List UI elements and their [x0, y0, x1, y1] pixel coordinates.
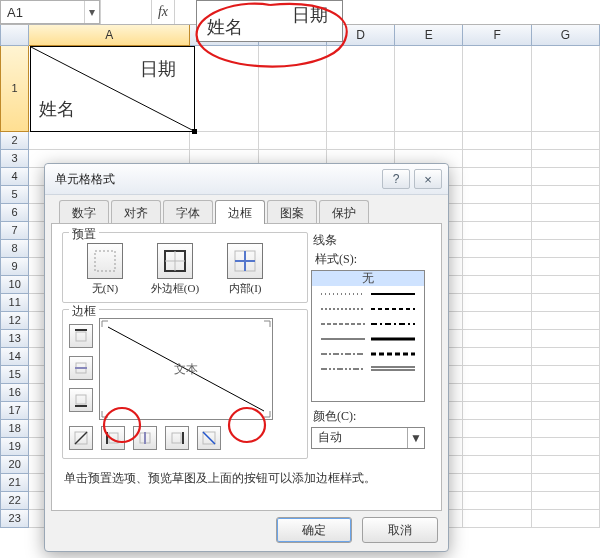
cell[interactable] [463, 258, 531, 276]
cell[interactable] [532, 168, 600, 186]
line-style-item[interactable] [312, 331, 424, 346]
col-header-f[interactable]: F [463, 24, 531, 46]
border-diag-up-button[interactable] [69, 426, 93, 450]
row-header[interactable]: 2 [0, 132, 29, 150]
cell[interactable] [463, 366, 531, 384]
row-header[interactable]: 19 [0, 438, 29, 456]
row-header[interactable]: 23 [0, 510, 29, 528]
row-header[interactable]: 8 [0, 240, 29, 258]
cell[interactable] [463, 456, 531, 474]
row-header[interactable]: 20 [0, 456, 29, 474]
row-header[interactable]: 14 [0, 348, 29, 366]
cell-a1-diagonal[interactable]: 日期 姓名 [30, 46, 195, 132]
cell[interactable] [463, 46, 531, 132]
row-header[interactable]: 18 [0, 420, 29, 438]
cell[interactable] [532, 222, 600, 240]
cell[interactable] [532, 420, 600, 438]
cell[interactable] [463, 492, 531, 510]
row-header[interactable]: 6 [0, 204, 29, 222]
cell[interactable] [532, 402, 600, 420]
dialog-titlebar[interactable]: 单元格格式 ? × [45, 164, 448, 195]
row-header[interactable]: 22 [0, 492, 29, 510]
cell[interactable] [532, 150, 600, 168]
cell[interactable] [190, 132, 258, 150]
border-top-button[interactable] [69, 324, 93, 348]
color-combobox[interactable]: 自动 ▼ [311, 427, 425, 449]
cancel-button[interactable]: 取消 [362, 517, 438, 543]
name-box[interactable]: A1 ▾ [0, 0, 100, 24]
cell[interactable] [463, 384, 531, 402]
cell[interactable] [532, 186, 600, 204]
tab-边框[interactable]: 边框 [215, 200, 265, 224]
row-header[interactable]: 17 [0, 402, 29, 420]
line-style-none[interactable]: 无 [312, 271, 424, 286]
row-header[interactable]: 3 [0, 150, 29, 168]
line-style-item[interactable] [312, 301, 424, 316]
cell[interactable] [532, 384, 600, 402]
tab-图案[interactable]: 图案 [267, 200, 317, 224]
border-middle-h-button[interactable] [69, 356, 93, 380]
row-header[interactable]: 5 [0, 186, 29, 204]
cell[interactable] [463, 474, 531, 492]
row-header[interactable]: 1 [0, 46, 29, 132]
border-right-button[interactable] [165, 426, 189, 450]
cell[interactable] [29, 132, 190, 150]
cell[interactable] [463, 402, 531, 420]
cell[interactable] [532, 510, 600, 528]
preset-inner[interactable]: 内部(I) [219, 243, 271, 296]
cell[interactable] [532, 132, 600, 150]
cell[interactable] [532, 438, 600, 456]
cell[interactable] [463, 222, 531, 240]
cell[interactable] [327, 132, 395, 150]
row-header[interactable]: 10 [0, 276, 29, 294]
cell[interactable] [190, 46, 258, 132]
row-header[interactable]: 13 [0, 330, 29, 348]
col-header-e[interactable]: E [395, 24, 463, 46]
border-diag-down-button[interactable] [197, 426, 221, 450]
cell[interactable] [463, 276, 531, 294]
cell[interactable] [463, 150, 531, 168]
row-header[interactable]: 12 [0, 312, 29, 330]
cell[interactable] [463, 312, 531, 330]
line-style-item[interactable] [312, 286, 424, 301]
cell[interactable] [463, 438, 531, 456]
cell[interactable] [532, 46, 600, 132]
row-header[interactable]: 7 [0, 222, 29, 240]
cell[interactable] [463, 168, 531, 186]
cell[interactable] [532, 204, 600, 222]
cell[interactable] [532, 240, 600, 258]
border-middle-v-button[interactable] [133, 426, 157, 450]
fx-button[interactable]: fx [151, 0, 174, 24]
cell[interactable] [259, 46, 327, 132]
cell[interactable] [532, 348, 600, 366]
tab-字体[interactable]: 字体 [163, 200, 213, 224]
tab-对齐[interactable]: 对齐 [111, 200, 161, 224]
row-header[interactable]: 16 [0, 384, 29, 402]
preset-outer[interactable]: 外边框(O) [149, 243, 201, 296]
cell[interactable] [532, 258, 600, 276]
border-preview[interactable]: 文本 [99, 318, 273, 420]
row-header[interactable]: 11 [0, 294, 29, 312]
cell[interactable] [463, 186, 531, 204]
cell[interactable] [463, 294, 531, 312]
border-left-button[interactable] [101, 426, 125, 450]
col-header-a[interactable]: A [29, 24, 190, 46]
row-header[interactable]: 4 [0, 168, 29, 186]
cell[interactable] [532, 474, 600, 492]
tab-保护[interactable]: 保护 [319, 200, 369, 224]
dialog-help-button[interactable]: ? [382, 169, 410, 189]
cell[interactable] [532, 456, 600, 474]
cell[interactable] [259, 132, 327, 150]
cell[interactable] [532, 294, 600, 312]
cell[interactable] [463, 240, 531, 258]
cell[interactable] [532, 492, 600, 510]
dialog-close-button[interactable]: × [414, 169, 442, 189]
row-header[interactable]: 9 [0, 258, 29, 276]
cell[interactable] [463, 204, 531, 222]
cell[interactable] [463, 330, 531, 348]
cell[interactable] [327, 46, 395, 132]
cell[interactable] [532, 312, 600, 330]
cell[interactable] [532, 330, 600, 348]
cell[interactable] [463, 132, 531, 150]
col-header-g[interactable]: G [532, 24, 600, 46]
